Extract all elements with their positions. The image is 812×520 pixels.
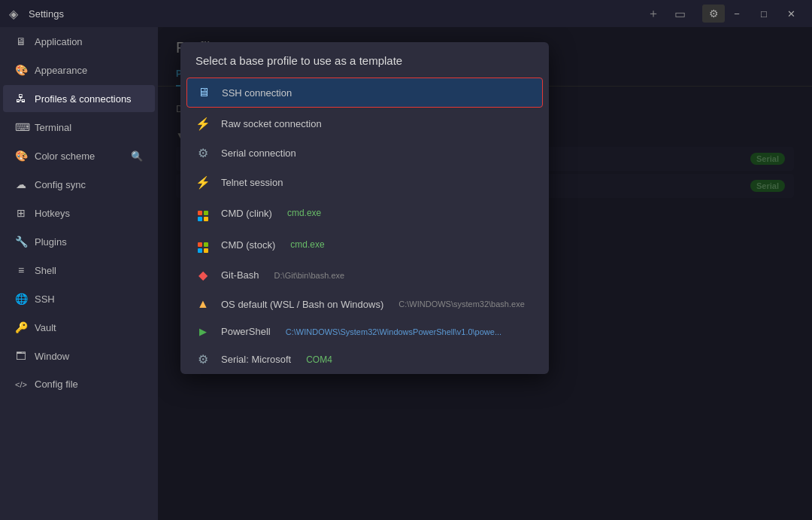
sidebar-item-application[interactable]: 🖥 Application [3, 28, 155, 55]
sidebar-item-appearance[interactable]: 🎨 Appearance [3, 56, 155, 84]
item-label: OS default (WSL / Bash on Windows) [221, 299, 383, 310]
sidebar-item-vault[interactable]: 🔑 Vault [3, 314, 155, 341]
windows-icon [195, 236, 211, 253]
content-area: Profil PROFILES Default p ▾ rofile ▼ B [158, 27, 812, 520]
sidebar-item-ssh[interactable]: 🌐 SSH [3, 285, 155, 312]
sidebar-item-terminal[interactable]: ⌨ Terminal [3, 114, 155, 141]
list-item-serial-ms[interactable]: ⚙ Serial: Microsoft COM4 [180, 345, 549, 374]
application-icon: 🖥 [15, 35, 27, 47]
sidebar-item-config-file[interactable]: </> Config file [3, 371, 155, 397]
list-item-telnet[interactable]: ⚡ Telnet session [180, 168, 549, 197]
sidebar-item-label: Config file [35, 379, 78, 390]
titlebar-title: Settings [29, 8, 643, 20]
sidebar-item-label: Application [35, 36, 83, 47]
item-label: SSH connection [222, 87, 292, 99]
sidebar: 🖥 Application 🎨 Appearance 🖧 Profiles & … [0, 27, 158, 520]
list-item-powershell[interactable]: ▶ PowerShell C:\WINDOWS\System32\Windows… [180, 318, 549, 345]
list-item-cmd-clink[interactable]: CMD (clink) cmd.exe [180, 197, 549, 229]
titlebar-tabs: ＋ ▭ [643, 5, 690, 23]
list-item-cmd-stock[interactable]: CMD (stock) cmd.exe [180, 229, 549, 260]
sidebar-item-hotkeys[interactable]: ⊞ Hotkeys [3, 199, 155, 227]
terminal-icon: ⌨ [15, 121, 27, 133]
sidebar-item-label: Appearance [35, 65, 87, 76]
wsl-icon: ▲ [195, 297, 211, 311]
serial2-icon: ⚙ [195, 352, 211, 366]
item-label: Telnet session [221, 177, 283, 188]
new-tab-button[interactable]: ＋ [643, 5, 664, 23]
maximize-button[interactable]: □ [752, 5, 776, 23]
vault-icon: 🔑 [15, 321, 27, 333]
item-label: CMD (stock) [221, 239, 275, 251]
gitbash-icon: ◆ [195, 268, 211, 282]
sidebar-item-label: Window [35, 351, 69, 362]
shell-icon: ≡ [15, 264, 27, 276]
config-file-icon: </> [15, 380, 27, 389]
profiles-icon: 🖧 [15, 93, 27, 105]
appearance-icon: 🎨 [15, 64, 27, 76]
sidebar-item-label: Config sync [35, 179, 86, 190]
sidebar-item-config-sync[interactable]: ☁ Config sync [3, 171, 155, 198]
minimize-button[interactable]: − [725, 5, 749, 23]
config-sync-icon: ☁ [15, 178, 27, 190]
main-layout: 🖥 Application 🎨 Appearance 🖧 Profiles & … [0, 27, 812, 520]
dropdown-title: Select a base profile to use as a templa… [180, 42, 549, 76]
item-label: Git-Bash [221, 269, 259, 281]
ssh-icon: 🌐 [15, 293, 27, 305]
item-sub-label: cmd.exe [287, 208, 321, 218]
telnet-icon: ⚡ [195, 175, 211, 190]
sidebar-item-profiles[interactable]: 🖧 Profiles & connections [3, 85, 155, 112]
sidebar-item-window[interactable]: 🗔 Window [3, 342, 155, 369]
plugins-icon: 🔧 [15, 236, 27, 248]
item-sub-label: C:\WINDOWS\system32\bash.exe [398, 300, 525, 309]
window-icon: 🗔 [15, 350, 27, 362]
monitor-icon: 🖥 [196, 86, 211, 99]
base-profile-dropdown: Select a base profile to use as a templa… [180, 42, 549, 374]
sidebar-item-color-scheme[interactable]: 🎨 Color scheme 🔍 [3, 142, 155, 169]
titlebar: ◈ Settings ＋ ▭ ⚙ − □ ✕ [0, 0, 812, 27]
app-icon: ◈ [9, 7, 23, 20]
item-label: Serial: Microsoft [221, 354, 291, 365]
serial-icon: ⚙ [195, 146, 211, 160]
sidebar-item-label: Shell [35, 265, 56, 276]
list-item-gitbash[interactable]: ◆ Git-Bash D:\Git\bin\bash.exe [180, 260, 549, 290]
list-item-raw-socket[interactable]: ⚡ Raw socket connection [180, 109, 549, 138]
item-sub-label: D:\Git\bin\bash.exe [274, 271, 345, 280]
item-label: Raw socket connection [221, 118, 322, 129]
hotkeys-icon: ⊞ [15, 207, 27, 219]
item-sub-label: C:\WINDOWS\System32\WindowsPowerShell\v1… [286, 327, 501, 336]
color-scheme-icon: 🎨 [15, 150, 27, 162]
list-item-wsl[interactable]: ▲ OS default (WSL / Bash on Windows) C:\… [180, 290, 549, 318]
sidebar-item-label: Plugins [35, 236, 67, 248]
item-sub-label: cmd.exe [290, 239, 324, 250]
sidebar-item-label: Terminal [35, 122, 71, 133]
sidebar-item-label: SSH [35, 293, 55, 305]
settings-gear-icon[interactable]: ⚙ [702, 5, 725, 23]
sidebar-item-label: Hotkeys [35, 208, 70, 219]
modal-overlay[interactable]: Select a base profile to use as a templa… [158, 27, 812, 520]
close-button[interactable]: ✕ [779, 5, 803, 23]
item-sub-label: COM4 [306, 354, 332, 365]
item-label: CMD (clink) [221, 208, 272, 219]
window-controls: − □ ✕ [725, 5, 803, 23]
socket-icon: ⚡ [195, 117, 211, 131]
tab-icon[interactable]: ▭ [670, 5, 690, 23]
sidebar-item-label: Vault [35, 322, 56, 333]
item-label: PowerShell [221, 326, 271, 337]
powershell-icon: ▶ [195, 326, 211, 337]
list-item-serial[interactable]: ⚙ Serial connection [180, 138, 549, 168]
windows-icon [195, 205, 211, 221]
color-scheme-search-icon[interactable]: 🔍 [131, 151, 143, 162]
sidebar-item-label: Profiles & connections [35, 93, 132, 105]
list-item-ssh[interactable]: 🖥 SSH connection [186, 78, 543, 108]
sidebar-item-plugins[interactable]: 🔧 Plugins [3, 228, 155, 255]
sidebar-item-label: Color scheme [35, 151, 123, 162]
sidebar-item-shell[interactable]: ≡ Shell [3, 257, 155, 284]
item-label: Serial connection [221, 147, 296, 159]
